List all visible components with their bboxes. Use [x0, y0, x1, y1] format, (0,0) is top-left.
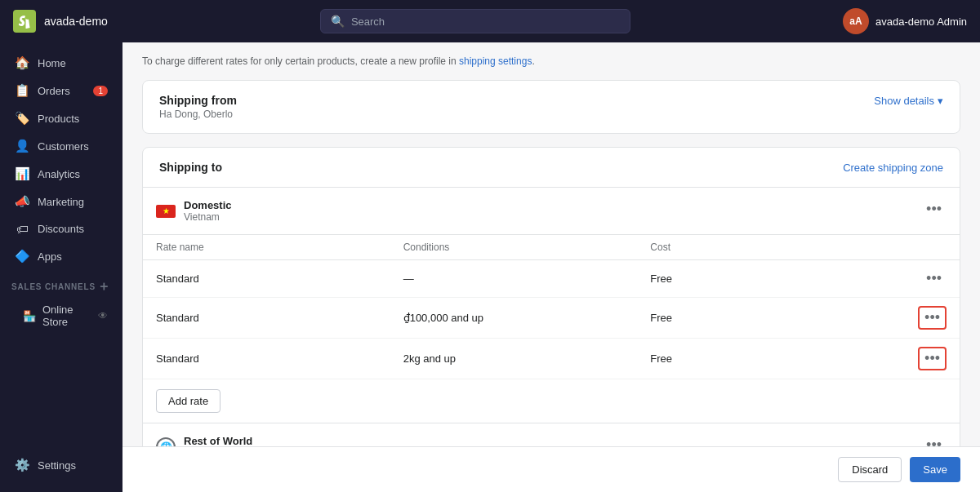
create-shipping-zone-button[interactable]: Create shipping zone [843, 162, 943, 174]
domestic-zone: Domestic Vietnam ••• Rate name Condition… [143, 188, 960, 423]
domestic-rate-row-1: Standard — Free ••• [143, 260, 960, 298]
rate-conditions-2: ₫100,000 and up [403, 312, 651, 324]
sidebar-item-home[interactable]: 🏠 Home [3, 49, 119, 77]
analytics-icon: 📊 [15, 166, 29, 181]
conditions-col-header: Conditions [403, 242, 651, 253]
shipping-settings-link[interactable]: shipping settings [459, 55, 532, 67]
search-input[interactable] [351, 16, 620, 28]
topbar: avada-demo 🔍 aA avada-demo Admin [0, 0, 980, 42]
rate-2-menu-button[interactable]: ••• [918, 306, 947, 330]
shipping-to-title: Shipping to [159, 161, 222, 174]
apps-icon: 🔷 [15, 249, 29, 264]
online-store-visibility-icon: 👁 [98, 310, 108, 321]
rate-name-3: Standard [156, 352, 403, 365]
sidebar-item-customers-label: Customers [38, 140, 89, 153]
rate-1-menu-button[interactable]: ••• [921, 268, 947, 289]
sidebar-item-products[interactable]: 🏷️ Products [3, 104, 119, 132]
domestic-zone-text: Domestic Vietnam [184, 199, 232, 223]
marketing-icon: 📣 [15, 194, 29, 209]
discounts-icon: 🏷 [15, 222, 29, 236]
rate-cost-3: Free [650, 352, 898, 365]
sidebar-item-online-store-label: Online Store [42, 304, 90, 328]
customers-icon: 👤 [15, 139, 29, 153]
rate-action-2: ••• [898, 306, 947, 330]
rate-conditions-3: 2kg and up [403, 352, 651, 365]
sidebar-item-orders-label: Orders [38, 85, 70, 97]
domestic-rate-row-2: Standard ₫100,000 and up Free ••• [143, 298, 960, 339]
orders-icon: 📋 [15, 83, 29, 98]
show-details-button[interactable]: Show details ▾ [874, 95, 943, 107]
sidebar-bottom: ⚙️ Settings [0, 445, 122, 485]
sidebar-item-orders[interactable]: 📋 Orders 1 [3, 77, 119, 104]
sidebar-item-customers[interactable]: 👤 Customers [3, 132, 119, 160]
sidebar-item-discounts[interactable]: 🏷 Discounts [3, 215, 119, 242]
settings-icon: ⚙️ [15, 458, 29, 472]
domestic-zone-menu-button[interactable]: ••• [921, 199, 947, 219]
shipping-from-title: Shipping from [159, 94, 237, 107]
domestic-add-rate-button[interactable]: Add rate [156, 389, 220, 413]
sidebar: 🏠 Home 📋 Orders 1 🏷️ Products 👤 Customer… [0, 42, 122, 492]
actions-col-header [898, 242, 947, 253]
sidebar-item-analytics[interactable]: 📊 Analytics [3, 160, 119, 188]
cost-col-header: Cost [650, 242, 898, 253]
domestic-zone-header: Domestic Vietnam ••• [143, 188, 960, 235]
sidebar-item-products-label: Products [38, 113, 79, 125]
sidebar-item-discounts-label: Discounts [38, 223, 84, 235]
shopify-logo [13, 10, 36, 33]
orders-badge: 1 [93, 86, 108, 96]
sidebar-item-online-store[interactable]: 🏪 Online Store 👁 [3, 299, 119, 333]
sidebar-item-settings-label: Settings [38, 459, 76, 472]
sidebar-item-marketing[interactable]: 📣 Marketing [3, 188, 119, 215]
layout: 🏠 Home 📋 Orders 1 🏷️ Products 👤 Customer… [0, 42, 980, 492]
domestic-rate-header: Rate name Conditions Cost [143, 235, 960, 260]
sidebar-item-apps[interactable]: 🔷 Apps [3, 242, 119, 270]
chevron-down-icon: ▾ [938, 95, 943, 107]
main-content: To charge different rates for only certa… [122, 42, 980, 492]
sidebar-item-home-label: Home [38, 57, 66, 69]
rate-name-2: Standard [156, 312, 403, 324]
sales-channels-label: SALES CHANNELS [11, 282, 96, 291]
sidebar-item-marketing-label: Marketing [38, 196, 84, 208]
store-name: avada-demo [44, 15, 108, 28]
sidebar-item-analytics-label: Analytics [38, 168, 80, 180]
rate-action-3: ••• [898, 347, 947, 370]
shipping-from-header: Shipping from Show details ▾ [159, 94, 943, 107]
search-bar[interactable]: 🔍 [320, 9, 630, 33]
topbar-left: avada-demo [13, 10, 108, 33]
sidebar-item-settings[interactable]: ⚙️ Settings [3, 451, 119, 479]
domestic-rate-row-3: Standard 2kg and up Free ••• [143, 339, 960, 379]
shipping-from-location: Ha Dong, Oberlo [159, 109, 943, 120]
shipping-from-card: Shipping from Show details ▾ Ha Dong, Ob… [142, 80, 960, 134]
footer: Discard Save [122, 446, 980, 492]
online-store-icon: 🏪 [23, 310, 36, 322]
rate-conditions-1: — [403, 273, 651, 285]
rate-name-1: Standard [156, 273, 403, 285]
shipping-to-header-section: Shipping to Create shipping zone [143, 148, 960, 188]
shipping-from-section: Shipping from Show details ▾ Ha Dong, Ob… [143, 81, 960, 133]
avatar: aA [843, 8, 869, 34]
rate-3-menu-button[interactable]: ••• [918, 347, 947, 370]
rate-action-1: ••• [898, 268, 947, 289]
domestic-zone-country: Vietnam [184, 211, 232, 223]
sidebar-item-apps-label: Apps [38, 250, 62, 263]
rate-cost-1: Free [650, 273, 898, 285]
topbar-right: aA avada-demo Admin [843, 8, 967, 34]
save-button[interactable]: Save [910, 457, 960, 482]
user-name: avada-demo Admin [875, 16, 967, 28]
topnote: To charge different rates for only certa… [142, 55, 960, 67]
rate-name-col-header: Rate name [156, 242, 403, 253]
discard-button[interactable]: Discard [838, 457, 902, 482]
vietnam-flag [156, 205, 176, 218]
rate-cost-2: Free [650, 312, 898, 324]
search-icon: 🔍 [331, 15, 345, 28]
domestic-zone-name: Domestic [184, 199, 232, 211]
rest-of-world-zone-name: Rest of World [184, 435, 252, 447]
sales-channels-add-icon[interactable]: ＋ [97, 278, 111, 295]
domestic-zone-info: Domestic Vietnam [156, 199, 232, 223]
show-details-label: Show details [874, 95, 934, 107]
sales-channels-section: SALES CHANNELS ＋ [0, 270, 122, 299]
domestic-add-rate-row: Add rate [143, 379, 960, 423]
shipping-to-card: Shipping to Create shipping zone Domesti… [142, 147, 960, 492]
shipping-to-header: Shipping to Create shipping zone [159, 161, 943, 174]
products-icon: 🏷️ [15, 111, 29, 126]
